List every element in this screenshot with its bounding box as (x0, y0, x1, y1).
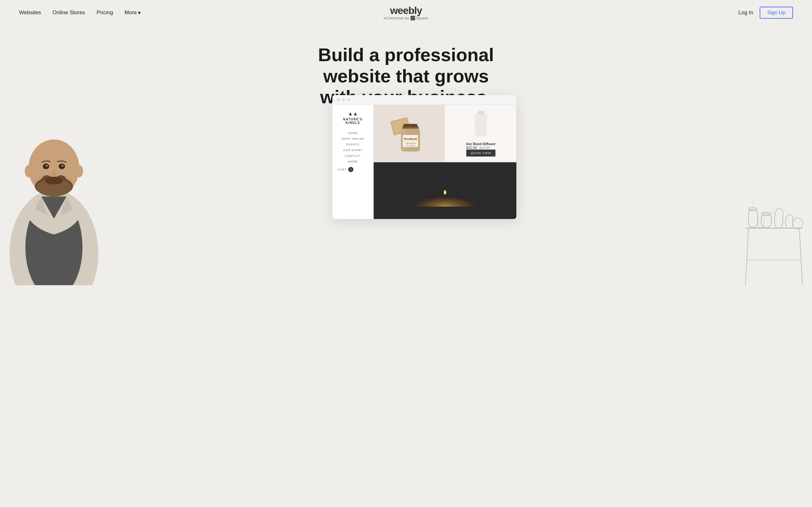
svg-line-31 (482, 110, 484, 111)
browser-mockup: ▲▲ NATURE'S KINDLE HOME SHOP ONLINE EVEN… (333, 95, 516, 219)
svg-point-5 (25, 165, 34, 177)
svg-point-9 (46, 165, 48, 167)
logo-subtitle: eCommerce by Square (384, 16, 428, 20)
product-cell-dark (374, 162, 516, 219)
browser-bar (333, 95, 516, 105)
svg-rect-44 (758, 218, 764, 228)
shop-nav-contact[interactable]: CONTACT (338, 153, 368, 159)
svg-rect-19 (403, 124, 417, 127)
login-link[interactable]: Log In (739, 9, 753, 16)
navbar: Websites Online Stores Pricing More ▾ we… (0, 0, 812, 25)
browser-content: ▲▲ NATURE'S KINDLE HOME SHOP ONLINE EVEN… (333, 105, 516, 219)
svg-point-10 (61, 165, 63, 167)
browser-dot-green (347, 98, 350, 101)
diffuser-prices: $15.00 $22.00 (466, 146, 496, 150)
shop-logo-icon: ▲▲ (338, 111, 368, 116)
logo-text: weebly (384, 5, 428, 15)
right-decoration (742, 165, 806, 285)
product-cell-candle: Woodlands Handcrafted Soy Candle (374, 105, 445, 162)
shop-name: NATURE'S KINDLE (338, 118, 368, 124)
nav-right: Log In Sign Up (739, 7, 793, 19)
product-cell-diffuser: 4oz Reed Diffuser $15.00 $22.00 QUICK VI… (445, 105, 516, 162)
hero-section: Build a professional website that grows … (0, 25, 812, 285)
shop-nav-list: HOME SHOP ONLINE EVENTS OUR STORY CONTAC… (338, 130, 368, 164)
svg-point-15 (45, 177, 63, 184)
svg-point-6 (74, 165, 83, 177)
shop-nav-shop[interactable]: SHOP ONLINE (338, 136, 368, 142)
shop-cart[interactable]: CART 2 (338, 167, 368, 172)
hero-person-image (0, 101, 108, 285)
browser-dot-red (337, 98, 340, 101)
cart-badge: 2 (348, 167, 353, 172)
quick-view-button[interactable]: QUICK VIEW (466, 150, 496, 157)
shop-sidebar: ▲▲ NATURE'S KINDLE HOME SHOP ONLINE EVEN… (333, 105, 374, 219)
chevron-down-icon: ▾ (138, 9, 141, 16)
svg-line-29 (476, 110, 478, 111)
nav-left: Websites Online Stores Pricing More ▾ (19, 9, 141, 16)
svg-line-38 (799, 228, 803, 285)
nav-online-stores[interactable]: Online Stores (53, 9, 85, 16)
svg-text:Handcrafted: Handcrafted (405, 142, 416, 144)
svg-rect-28 (478, 111, 484, 114)
svg-point-35 (444, 192, 446, 194)
svg-rect-27 (475, 113, 487, 136)
product-grid: Woodlands Handcrafted Soy Candle (374, 105, 516, 219)
svg-text:Woodlands: Woodlands (403, 137, 417, 140)
shop-nav-events[interactable]: EVENTS (338, 142, 368, 147)
diffuser-name: 4oz Reed Diffuser (466, 142, 496, 146)
svg-rect-40 (749, 209, 757, 228)
nav-websites[interactable]: Websites (19, 9, 41, 16)
svg-text:Soy Candle: Soy Candle (405, 145, 415, 147)
square-icon (410, 16, 415, 20)
nav-pricing[interactable]: Pricing (97, 9, 113, 16)
svg-rect-42 (761, 214, 771, 228)
svg-line-37 (745, 228, 749, 285)
svg-line-30 (479, 110, 480, 111)
shop-logo: ▲▲ NATURE'S KINDLE (338, 111, 368, 124)
logo[interactable]: weebly eCommerce by Square (384, 5, 428, 20)
shop-nav-home[interactable]: HOME (338, 130, 368, 136)
browser-dot-yellow (342, 98, 345, 101)
nav-more[interactable]: More ▾ (125, 9, 141, 16)
shop-nav-story[interactable]: OUR STORY (338, 147, 368, 153)
signup-button[interactable]: Sign Up (760, 7, 793, 19)
shop-nav-more[interactable]: MORE (338, 159, 368, 164)
